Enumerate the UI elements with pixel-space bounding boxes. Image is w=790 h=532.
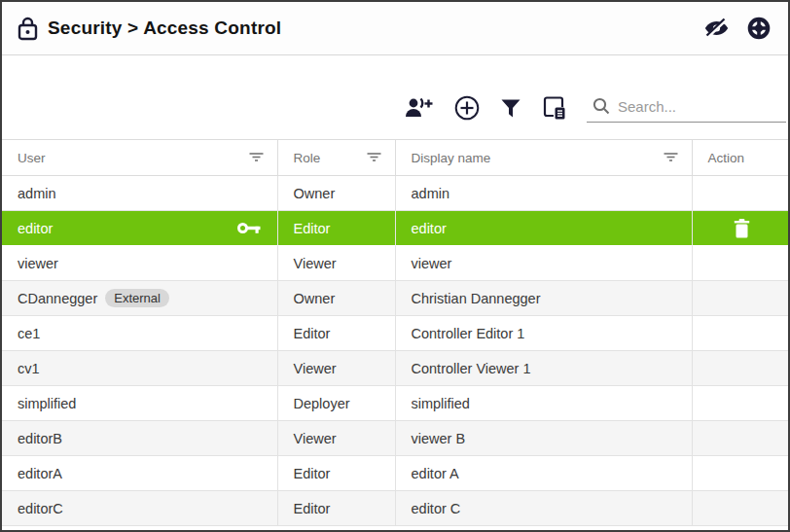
- column-header-user[interactable]: User: [2, 140, 277, 176]
- column-header-action: Action: [692, 140, 788, 176]
- user-name: editorC: [18, 501, 63, 516]
- user-name: viewer: [18, 256, 58, 271]
- display-name-cell: viewer: [395, 246, 692, 281]
- lock-icon: [18, 16, 38, 42]
- column-filter-icon[interactable]: [367, 151, 381, 165]
- column-label: Action: [708, 151, 745, 165]
- role-cell: Viewer: [277, 421, 395, 456]
- search-icon: [592, 97, 610, 115]
- display-name-cell: admin: [395, 176, 692, 211]
- role-cell: Owner: [277, 176, 395, 211]
- role-cell: Viewer: [277, 246, 395, 281]
- table-row[interactable]: editorEditoreditor: [2, 211, 788, 246]
- user-cell: CDanneggerExternal: [2, 281, 277, 316]
- user-name: simplified: [18, 396, 76, 411]
- table-header-row: User Role Display name Action: [2, 140, 788, 176]
- action-cell: [692, 491, 788, 526]
- role-cell: Deployer: [277, 386, 395, 421]
- user-cell: admin: [2, 176, 277, 211]
- user-cell: simplified: [2, 386, 277, 421]
- column-filter-icon[interactable]: [249, 151, 264, 165]
- user-name: CDannegger: [18, 291, 97, 306]
- helm-wheel-icon[interactable]: [745, 15, 772, 42]
- role-cell: Editor: [277, 211, 395, 246]
- action-cell: [692, 211, 788, 246]
- action-cell: [692, 386, 788, 421]
- action-cell: [692, 456, 788, 491]
- column-filter-icon[interactable]: [664, 151, 678, 165]
- display-name-cell: editor: [395, 211, 692, 246]
- column-header-role[interactable]: Role: [277, 140, 395, 176]
- eye-off-icon[interactable]: [701, 16, 732, 41]
- user-name: cv1: [18, 361, 40, 376]
- display-name-cell: Controller Viewer 1: [395, 351, 692, 386]
- page-title: Security > Access Control: [48, 18, 281, 39]
- user-cell: editorC: [2, 491, 277, 526]
- user-name: admin: [18, 186, 56, 201]
- user-name: editorA: [18, 466, 62, 481]
- user-cell: viewer: [2, 246, 277, 281]
- column-label: Display name: [412, 151, 491, 165]
- column-header-display-name[interactable]: Display name: [395, 140, 692, 176]
- external-badge: External: [105, 289, 169, 307]
- role-cell: Editor: [277, 316, 395, 351]
- display-name-cell: simplified: [395, 386, 692, 421]
- action-cell: [692, 351, 788, 386]
- table-row[interactable]: viewerViewerviewer: [2, 246, 788, 281]
- column-label: User: [18, 151, 46, 165]
- user-name: editorB: [18, 431, 62, 446]
- access-control-table: User Role Display name Action: [2, 139, 788, 526]
- user-name: editor: [18, 221, 53, 236]
- key-icon: [237, 222, 262, 234]
- search-box: [587, 93, 786, 123]
- role-cell: Editor: [277, 491, 395, 526]
- action-cell: [692, 421, 788, 456]
- display-name-cell: Christian Dannegger: [395, 281, 692, 316]
- table-row[interactable]: simplifiedDeployersimplified: [2, 386, 788, 421]
- action-cell: [692, 246, 788, 281]
- table-body: adminOwneradmineditorEditoreditorviewerV…: [2, 176, 788, 526]
- delete-user-icon[interactable]: [734, 219, 750, 238]
- role-cell: Editor: [277, 456, 395, 491]
- user-cell: ce1: [2, 316, 277, 351]
- user-cell: editorA: [2, 456, 277, 491]
- role-cell: Owner: [277, 281, 395, 316]
- user-cell: editorB: [2, 421, 277, 456]
- report-icon[interactable]: [540, 93, 570, 124]
- table-row[interactable]: ce1EditorController Editor 1: [2, 316, 788, 351]
- table-row[interactable]: editorCEditoreditor C: [2, 491, 788, 526]
- display-name-cell: editor A: [395, 456, 692, 491]
- action-cell: [692, 176, 788, 211]
- table-row[interactable]: editorAEditoreditor A: [2, 456, 788, 491]
- action-cell: [692, 281, 788, 316]
- table-row[interactable]: CDanneggerExternalOwnerChristian Dannegg…: [2, 281, 788, 316]
- user-cell: editor: [2, 211, 277, 246]
- display-name-cell: editor C: [395, 491, 692, 526]
- table-row[interactable]: adminOwneradmin: [2, 176, 788, 211]
- title-bar: Security > Access Control: [2, 2, 788, 55]
- filter-funnel-icon[interactable]: [498, 95, 523, 121]
- display-name-cell: viewer B: [395, 421, 692, 456]
- search-input[interactable]: [618, 98, 784, 115]
- user-name: ce1: [18, 326, 40, 341]
- display-name-cell: Controller Editor 1: [395, 316, 692, 351]
- add-user-icon[interactable]: [403, 93, 436, 123]
- table-row[interactable]: editorBViewerviewer B: [2, 421, 788, 456]
- table-row[interactable]: cv1ViewerController Viewer 1: [2, 351, 788, 386]
- role-cell: Viewer: [277, 351, 395, 386]
- user-cell: cv1: [2, 351, 277, 386]
- action-cell: [692, 316, 788, 351]
- toolbar: [2, 55, 788, 139]
- add-circle-icon[interactable]: [452, 93, 482, 123]
- column-label: Role: [294, 151, 321, 165]
